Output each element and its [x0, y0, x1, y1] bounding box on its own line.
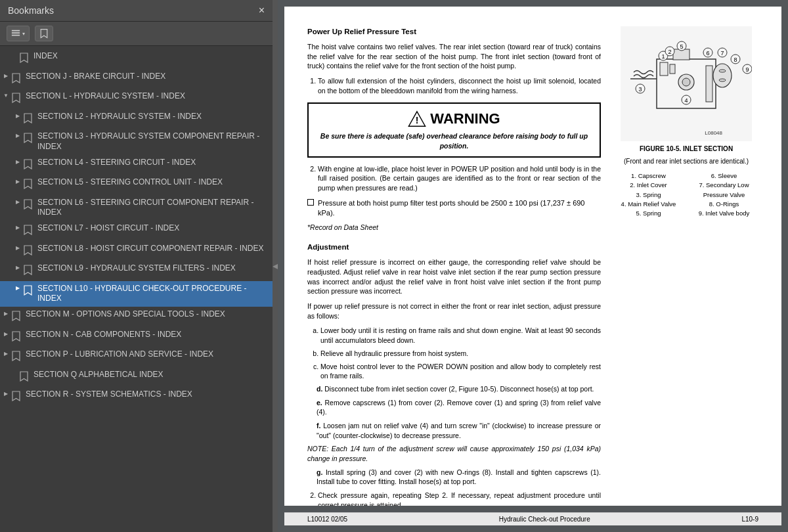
bookmark-item-section-m[interactable]: SECTION M - OPTIONS AND SPECIAL TOOLS - …	[0, 307, 273, 327]
step-1: To allow full extension of the hoist cyl…	[318, 76, 601, 95]
toggle-l4[interactable]	[12, 159, 24, 166]
part-9: 9. Inlet Valve body	[690, 209, 758, 218]
bookmark-label-l3: SECTION L3 - HYDRAULIC SYSTEM COMPONENT …	[37, 131, 267, 152]
bookmark-item-section-l6[interactable]: SECTION L6 - STEERING CIRCUIT COMPONENT …	[0, 195, 273, 221]
bookmark-item-section-l3[interactable]: SECTION L3 - HYDRAULIC SYSTEM COMPONENT …	[0, 129, 273, 154]
bookmark-label-m: SECTION M - OPTIONS AND SPECIAL TOOLS - …	[26, 309, 267, 320]
toggle-l2[interactable]	[12, 113, 24, 120]
bookmark-icon-index	[20, 53, 30, 66]
warning-box: ! WARNING Be sure there is adequate (saf…	[307, 102, 601, 158]
sidebar-toolbar: ▾	[0, 22, 273, 46]
step-e: e. Remove capscrews (1) from cover (2). …	[317, 398, 601, 417]
bookmark-icon-l7	[24, 225, 34, 238]
sidebar: Bookmarks × ▾ INDEX	[0, 0, 273, 532]
toggle-l8[interactable]	[12, 245, 24, 252]
bookmark-icon-l9	[24, 265, 34, 278]
toggle-section-l[interactable]	[0, 93, 12, 99]
toggle-l6[interactable]	[12, 199, 24, 206]
italic-note: *Record on Data Sheet	[307, 223, 601, 233]
bookmark-label-q: SECTION Q ALPHABETICAL INDEX	[33, 370, 267, 380]
bookmark-icon-r	[12, 391, 22, 405]
figure-caption: FIGURE 10-5. INLET SECTION	[614, 144, 758, 154]
intro-paragraph: The hoist valve contains two relief valv…	[307, 42, 601, 71]
bookmark-label-l9: SECTION L9 - HYDRAULIC SYSTEM FILTERS - …	[37, 263, 267, 274]
svg-text:L08048: L08048	[705, 130, 722, 136]
svg-rect-2	[12, 35, 20, 36]
svg-rect-1	[12, 32, 20, 33]
figure-sub: (Front and rear inlet sections are ident…	[614, 157, 758, 166]
bookmark-item-section-l7[interactable]: SECTION L7 - HOIST CIRCUIT - INDEX	[0, 221, 273, 241]
checkbox-text: Pressure at both hoist pump filter test …	[318, 198, 601, 219]
adj-sub-intro: If power up relief pressure is not corre…	[307, 301, 601, 321]
bookmark-label-l5: SECTION L5 - STEERING CONTROL UNIT - IND…	[37, 177, 267, 188]
svg-text:6: 6	[706, 50, 709, 56]
step-f: f. Loosen jam nut on relief valve (4) an…	[317, 421, 601, 440]
svg-point-13	[713, 64, 732, 87]
bookmark-add-button[interactable]	[35, 26, 53, 41]
bookmark-icon-l2	[24, 113, 34, 127]
dropdown-arrow: ▾	[22, 31, 25, 37]
bookmark-item-section-l5[interactable]: SECTION L5 - STEERING CONTROL UNIT - IND…	[0, 175, 273, 195]
bookmark-label-n: SECTION N - CAB COMPONENTS - INDEX	[26, 330, 267, 340]
bookmark-item-section-r[interactable]: SECTION R - SYSTEM SCHEMATICS - INDEX	[0, 387, 273, 407]
bookmark-icon	[39, 28, 49, 39]
bookmark-item-section-l9[interactable]: SECTION L9 - HYDRAULIC SYSTEM FILTERS - …	[0, 261, 273, 281]
figure-svg-area: 1 2 3 4 5	[621, 26, 752, 141]
toggle-m[interactable]	[0, 311, 12, 317]
toggle-n[interactable]	[0, 331, 12, 338]
document-left-column: Power Up Relief Pressure Test The hoist …	[307, 26, 601, 506]
toggle-l3[interactable]	[12, 133, 24, 139]
bookmark-icon-l3	[24, 133, 34, 146]
part-6: 6. Sleeve	[690, 171, 758, 181]
bookmark-item-section-q[interactable]: SECTION Q ALPHABETICAL INDEX	[0, 367, 273, 388]
adj-step-c: Move hoist control lever to the POWER DO…	[320, 362, 601, 381]
bookmark-label-l2: SECTION L2 - HYDRAULIC SYSTEM - INDEX	[37, 112, 267, 122]
toggle-l9[interactable]	[12, 265, 24, 271]
part-7: 7. Secondary Low Pressure Valve	[690, 181, 758, 200]
resize-handle[interactable]	[273, 0, 278, 532]
svg-text:3: 3	[638, 86, 642, 93]
bookmark-icon-m	[12, 311, 22, 324]
toggle-p[interactable]	[0, 351, 12, 357]
bookmark-item-section-l10[interactable]: SECTION L10 - HYDRAULIC CHECK-OUT PROCED…	[0, 281, 273, 307]
bookmark-label-l10: SECTION L10 - HYDRAULIC CHECK-OUT PROCED…	[37, 284, 267, 304]
bookmark-icon-l5	[24, 179, 34, 192]
close-button[interactable]: ×	[259, 5, 265, 16]
step-d: d. Disconnect tube from inlet section co…	[317, 384, 601, 394]
document-right-column: 1 2 3 4 5	[614, 26, 758, 506]
bookmark-item-index[interactable]: INDEX	[0, 49, 273, 69]
svg-rect-8	[660, 62, 668, 76]
svg-rect-0	[12, 30, 20, 32]
part-5: 5. Spring	[614, 209, 683, 218]
bookmark-item-section-l2[interactable]: SECTION L2 - HYDRAULIC SYSTEM - INDEX	[0, 109, 273, 129]
svg-rect-9	[670, 64, 675, 74]
bookmark-label-l: SECTION L - HYDRAULIC SYSTEM - INDEX	[26, 91, 267, 102]
warning-triangle-icon: !	[408, 110, 426, 128]
step-2-check: Check pressure again, repeating Step 2. …	[318, 491, 601, 506]
toggle-r[interactable]	[0, 391, 12, 397]
bookmark-item-section-p[interactable]: SECTION P - LUBRICATION AND SERVICE - IN…	[0, 347, 273, 367]
list-icon	[11, 29, 20, 38]
svg-point-11	[682, 78, 690, 86]
part-1: 1. Capscrew	[614, 171, 683, 181]
bookmark-icon-p	[12, 351, 22, 365]
part-4: 4. Main Relief Valve	[614, 200, 683, 209]
main-content: Power Up Relief Pressure Test The hoist …	[278, 0, 788, 532]
toggle-l5[interactable]	[12, 179, 24, 185]
adj-steps-list: Lower body until it is resting on frame …	[320, 326, 601, 380]
bookmark-item-section-n[interactable]: SECTION N - CAB COMPONENTS - INDEX	[0, 327, 273, 347]
document-footer: L10012 02/05 Hydraulic Check-out Procedu…	[284, 512, 781, 525]
bookmark-icon-l4	[24, 159, 34, 173]
bookmarks-menu-button[interactable]: ▾	[7, 26, 30, 41]
adj-step-b: Relieve all hydraulic pressure from hois…	[320, 349, 601, 359]
bookmark-item-section-l4[interactable]: SECTION L4 - STEERING CIRCUIT - INDEX	[0, 155, 273, 175]
bookmark-item-section-j[interactable]: SECTION J - BRAKE CIRCUIT - INDEX	[0, 69, 273, 89]
toggle-section-j[interactable]	[0, 73, 12, 79]
bookmark-item-section-l8[interactable]: SECTION L8 - HOIST CIRCUIT COMPONENT REP…	[0, 241, 273, 261]
step-g: g. Install spring (3) and cover (2) with…	[317, 468, 601, 487]
toggle-l10[interactable]	[12, 285, 24, 292]
bookmark-icon-q	[20, 371, 30, 385]
bookmark-item-section-l[interactable]: SECTION L - HYDRAULIC SYSTEM - INDEX	[0, 89, 273, 109]
checkbox-item: Pressure at both hoist pump filter test …	[307, 198, 601, 219]
toggle-l7[interactable]	[12, 225, 24, 231]
